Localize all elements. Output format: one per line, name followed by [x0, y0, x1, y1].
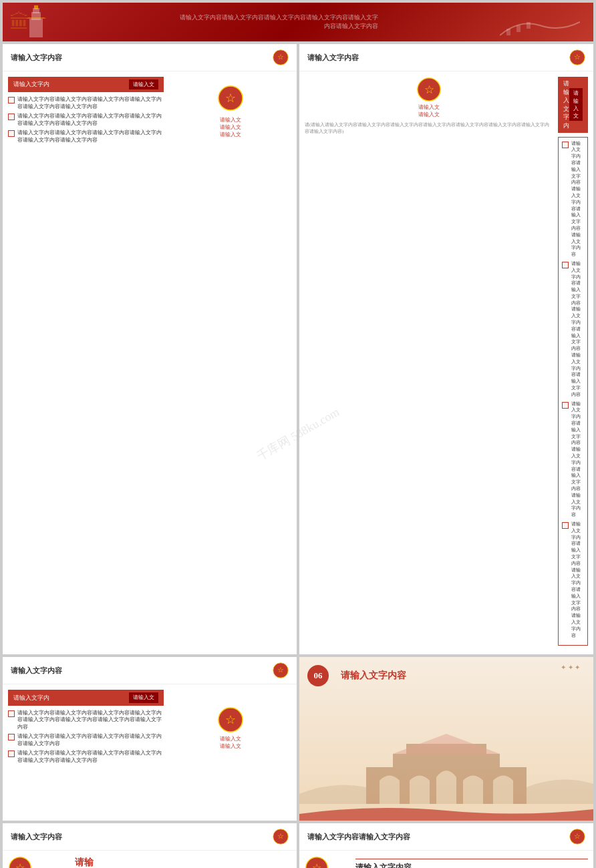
building-icon — [16, 5, 56, 39]
svg-text:☆: ☆ — [424, 83, 434, 96]
slide-2-red-sub: 请输入文 — [569, 88, 583, 121]
party-logo-icon: ☆ — [273, 49, 289, 65]
slide-6-content-title: 请输入文字内容 — [355, 862, 588, 868]
svg-rect-1 — [31, 12, 41, 20]
slide-5-main-title: 请输 — [75, 856, 291, 868]
checkbox-1-2 — [8, 114, 15, 120]
slide-1: 请输入文字内容 ☆ 请输入文字内 请输入文 请输入文字内容请输入文字内容请输入 — [3, 44, 297, 654]
svg-marker-4 — [26, 17, 46, 19]
svg-rect-6 — [516, 25, 520, 32]
party-logo-3: ☆ — [416, 77, 442, 102]
party-emblem-2: ☆ — [569, 49, 585, 65]
slide-5: 请输入文字内容 ☆ ☆ 请输入文字 请输入文字内 — [3, 823, 297, 868]
slide-1-item-2: 请输入文字内容请输入文字内容请输入文字内容请输入文字内容请输入文字内容请输入文字… — [8, 113, 164, 127]
great-wall-icon — [500, 5, 580, 39]
svg-text:☆: ☆ — [15, 863, 25, 868]
slide-4-title: 请输入文字内容 — [341, 670, 406, 682]
slide-6-title: 请输入文字内容请输入文字内容 — [307, 832, 410, 842]
svg-rect-5 — [506, 29, 510, 35]
slide-1-title: 请输入文字内容 — [11, 53, 62, 63]
slide-1-red-sub: 请输入文 — [129, 79, 158, 89]
party-logo-5: ☆ — [8, 856, 32, 868]
party-logo-4: ☆ — [217, 706, 244, 733]
slide-2-logo-text: 请输入文 请输入文 — [418, 103, 440, 118]
slide-2-title: 请输入文字内容 — [307, 53, 359, 63]
slide-2-items: 请输入文字内容请输入文字内容请输入文字内容请输入文字内容请输入文字内容 请输入文… — [558, 137, 588, 646]
slide-3: 请输入文字内容 ☆ 请输入文字内 请输入文 请输入文字内容请输入文字内容请输入文… — [3, 657, 297, 821]
slide-2-body: 请(请输入请输入文字内容请输入文字内容请输入文字内容请输入文字内容请输入文字内容… — [305, 122, 553, 136]
slide-1-logo-text: 请输入文请输入文请输入文 — [220, 116, 241, 139]
svg-rect-0 — [29, 19, 43, 37]
slide-top-banner: 请输入文字内容请输入文字内容请输入文字内容请输入文字内容请输入文字内容请输入文字… — [3, 3, 593, 41]
svg-text:☆: ☆ — [574, 53, 581, 61]
slide-5-title: 请输入文字内容 — [11, 832, 62, 842]
svg-text:☆: ☆ — [277, 666, 284, 674]
slide-1-item-3: 请输入文字内容请输入文字内容请输入文字内容请输入文字内容请输入文字内容请输入文字… — [8, 130, 164, 144]
checkbox-1-3 — [8, 130, 15, 137]
slide-1-item-1: 请输入文字内容请输入文字内容请输入文字内容请输入文字内容请输入文字内容请输入文字… — [8, 96, 164, 110]
svg-text:☆: ☆ — [312, 863, 321, 868]
party-logo-2: ☆ — [217, 85, 244, 114]
svg-text:☆: ☆ — [225, 713, 236, 726]
slide-3-title: 请输入文字内容 — [11, 666, 62, 676]
svg-text:☆: ☆ — [277, 53, 284, 61]
slide-1-red-title: 请输入文字内 — [13, 80, 49, 89]
slide-2-red-title: 请输入文字内 — [563, 79, 569, 130]
svg-text:☆: ☆ — [225, 91, 236, 105]
slide-4: ✦ ✦ ✦ 06 请输入文字内容 — [299, 657, 593, 821]
checkbox-1-1 — [8, 97, 15, 103]
party-emblem-3: ☆ — [273, 662, 289, 678]
svg-rect-21 — [393, 754, 500, 771]
slide-6: 请输入文字内容请输入文字内容 ☆ ☆ 请输入文字 请输入文字 — [299, 823, 593, 868]
slide-2: 请输入文字内容 ☆ ☆ 请输入文 请输入文 — [299, 44, 593, 654]
banner-text: 请输入文字内容请输入文字内容请输入文字内容请输入文字内容请输入文字内容请输入文字… — [178, 13, 378, 30]
svg-rect-7 — [527, 22, 531, 29]
svg-rect-3 — [34, 5, 38, 9]
slide-4-content: 06 请输入文字内容 — [299, 657, 593, 700]
party-emblem-1: ☆ — [273, 49, 289, 65]
red-wave-icon — [299, 804, 593, 821]
slide-4-number: 06 — [307, 665, 329, 686]
tiananmen-icon — [299, 727, 593, 807]
svg-text:☆: ☆ — [277, 833, 284, 841]
svg-rect-2 — [33, 8, 39, 13]
party-logo-6: ☆ — [305, 856, 329, 868]
slide-3-logo-text: 请输入文 请输入文 — [220, 735, 241, 750]
party-emblem-5: ☆ — [273, 829, 289, 845]
party-emblem-6: ☆ — [569, 829, 585, 845]
svg-text:☆: ☆ — [574, 833, 581, 841]
